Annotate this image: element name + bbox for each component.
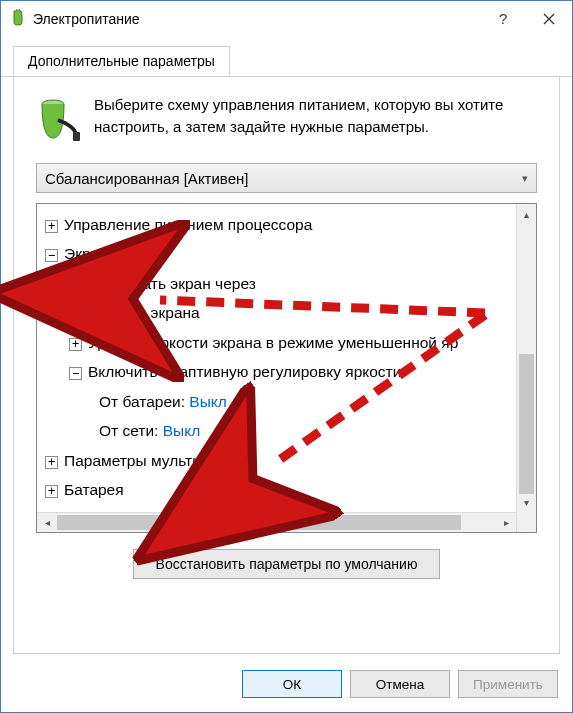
scroll-left-icon[interactable]: ◂ <box>37 513 57 532</box>
expand-icon[interactable]: + <box>69 308 82 321</box>
node-on-battery[interactable]: От батареи: Выкл <box>41 387 516 416</box>
node-plugged-in[interactable]: От сети: Выкл <box>41 416 516 445</box>
scroll-down-icon[interactable]: ▾ <box>517 492 536 512</box>
plugged-in-value[interactable]: Выкл <box>163 422 200 439</box>
on-battery-value[interactable]: Выкл <box>189 393 226 410</box>
intro-row: Выберите схему управления питанием, кото… <box>36 94 537 147</box>
cancel-button[interactable]: Отмена <box>350 670 450 698</box>
node-cpu[interactable]: +Управление питанием процессора <box>41 210 516 239</box>
svg-text:?: ? <box>499 11 507 27</box>
intro-text: Выберите схему управления питанием, кото… <box>94 94 537 147</box>
expand-icon[interactable]: + <box>45 220 58 233</box>
power-plan-combo[interactable]: Сбалансированная [Активен] ▾ <box>36 163 537 193</box>
scroll-thumb-h[interactable] <box>57 515 461 530</box>
node-turnoff-screen[interactable]: +Отключать экран через <box>41 269 516 298</box>
expand-icon[interactable]: + <box>45 456 58 469</box>
app-icon <box>9 8 27 29</box>
svg-rect-4 <box>73 132 80 141</box>
power-plan-selected: Сбалансированная [Активен] <box>45 170 248 187</box>
node-multimedia[interactable]: +Параметры мультимедиа <box>41 446 516 475</box>
dialog-footer: ОК Отмена Применить <box>1 662 572 712</box>
node-battery-group[interactable]: +Батарея <box>41 475 516 504</box>
expand-icon[interactable]: + <box>69 338 82 351</box>
node-dim-level[interactable]: +Уровень яркости экрана в режиме уменьше… <box>41 328 516 357</box>
tab-advanced[interactable]: Дополнительные параметры <box>13 46 230 76</box>
node-screen[interactable]: −Экран <box>41 239 516 268</box>
scroll-thumb[interactable] <box>519 354 534 494</box>
expand-icon[interactable]: + <box>45 485 58 498</box>
svg-rect-1 <box>19 9 21 12</box>
battery-icon <box>36 94 80 147</box>
titlebar: Электропитание ? <box>1 1 572 36</box>
apply-button[interactable]: Применить <box>458 670 558 698</box>
close-button[interactable] <box>526 1 572 36</box>
chevron-down-icon: ▾ <box>522 172 528 185</box>
node-brightness[interactable]: +Яркость экрана <box>41 298 516 327</box>
horizontal-scrollbar[interactable]: ◂ ▸ <box>37 512 516 532</box>
expand-icon[interactable]: + <box>69 279 82 292</box>
power-options-dialog: Электропитание ? Дополнительные параметр… <box>0 0 573 713</box>
scroll-up-icon[interactable]: ▴ <box>517 204 536 224</box>
svg-rect-0 <box>16 9 18 12</box>
node-adaptive-brightness[interactable]: −Включить адаптивную регулировку яркости <box>41 357 516 386</box>
restore-defaults-button[interactable]: Восстановить параметры по умолчанию <box>133 549 441 579</box>
help-button[interactable]: ? <box>480 1 526 36</box>
tabstrip: Дополнительные параметры <box>1 36 572 77</box>
window-title: Электропитание <box>27 11 480 27</box>
tab-content: Выберите схему управления питанием, кото… <box>13 76 560 654</box>
collapse-icon[interactable]: − <box>69 367 82 380</box>
ok-button[interactable]: ОК <box>242 670 342 698</box>
collapse-icon[interactable]: − <box>45 249 58 262</box>
vertical-scrollbar[interactable]: ▴ ▾ <box>516 204 536 532</box>
scroll-right-icon[interactable]: ▸ <box>496 513 516 532</box>
settings-tree-container: +Управление питанием процессора −Экран +… <box>36 203 537 533</box>
settings-tree[interactable]: +Управление питанием процессора −Экран +… <box>37 204 516 532</box>
